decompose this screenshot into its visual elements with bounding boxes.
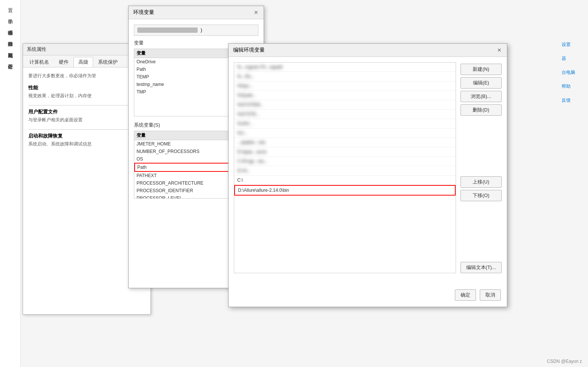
path-list-container: %...rogram Fil...vapath %...Ro... %Sys..… xyxy=(234,62,456,273)
hint-feedback[interactable]: 反馈 xyxy=(562,97,584,104)
tab-computer-name[interactable]: 计算机名 xyxy=(25,57,54,67)
tab-hardware[interactable]: 硬件 xyxy=(54,57,74,67)
performance-label: 性能 xyxy=(28,84,145,91)
hint-help[interactable]: 帮助 xyxy=(562,83,584,90)
path-item-10[interactable]: D:\apac...acne xyxy=(234,147,456,157)
startup-recovery-desc: 系统启动、系统故障和调试信息 xyxy=(28,141,145,147)
cancel-button[interactable]: 取消 xyxy=(480,289,501,301)
system-vars-col-header: 变量 xyxy=(137,132,146,139)
scrollbar-indicator: ) xyxy=(134,24,258,36)
path-item-5[interactable]: %SYSTEM... xyxy=(234,100,456,110)
performance-desc: 视觉效果，处理器计划，内存使 xyxy=(28,93,145,99)
move-up-button[interactable]: 上移(U) xyxy=(461,176,502,188)
edit-env-close-button[interactable]: ✕ xyxy=(496,47,502,53)
env-dialog-close-button[interactable]: ✕ xyxy=(253,9,259,15)
user-profile-label: 用户配置文件 xyxy=(28,109,145,115)
edit-env-footer: 确定 取消 xyxy=(455,289,501,301)
performance-section: 性能 视觉效果，处理器计划，内存使 xyxy=(28,84,145,99)
path-item-allure[interactable]: D:\Allure\allure-2.14.0\bin xyxy=(234,185,456,196)
user-vars-col-header: 变量 xyxy=(137,50,146,57)
path-item-4[interactable]: %Syste... xyxy=(234,91,456,100)
hint-device[interactable]: 器 xyxy=(562,55,584,62)
ok-button[interactable]: 确定 xyxy=(455,289,476,301)
env-dialog-title: 环境变量 xyxy=(133,9,154,16)
user-profile-section: 用户配置文件 与登录帐户相关的桌面设置 xyxy=(28,109,145,123)
user-profile-desc: 与登录帐户相关的桌面设置 xyxy=(28,117,145,123)
tab-system-protection[interactable]: 系统保护 xyxy=(93,57,123,67)
path-list: %...rogram Fil...vapath %...Ro... %Sys..… xyxy=(234,62,456,273)
sys-props-title: 系统属性 xyxy=(27,46,46,53)
hint-settings[interactable]: 设置 xyxy=(562,41,584,48)
edit-text-button[interactable]: 编辑文本(T)... xyxy=(461,262,502,273)
startup-recovery-section: 启动和故障恢复 系统启动、系统故障和调试信息 xyxy=(28,133,145,147)
path-item-1[interactable]: %...rogram Fil...vapath xyxy=(234,63,456,72)
edit-env-title: 编辑环境变量 xyxy=(233,47,265,54)
env-dialog-titlebar: 环境变量 ✕ xyxy=(129,6,264,19)
hint-desktop[interactable]: 台电脑 xyxy=(562,69,584,76)
path-action-buttons: 新建(N) 编辑(E) 浏览(B)... 删除(D) 上移(U) 下移(O) 编… xyxy=(461,62,502,273)
browse-button[interactable]: 浏览(B)... xyxy=(461,91,502,102)
right-hints-panel: 设置 器 台电脑 帮助 反馈 xyxy=(558,38,588,107)
path-item-12[interactable]: D:\Vi... xyxy=(234,166,456,176)
path-item-8[interactable]: %J... xyxy=(234,128,456,138)
edit-env-titlebar: 编辑环境变量 ✕ xyxy=(229,44,507,57)
path-item-13[interactable]: C:\ xyxy=(234,176,456,185)
startup-recovery-label: 启动和故障恢复 xyxy=(28,133,145,139)
path-item-2[interactable]: %...Ro... xyxy=(234,72,456,81)
path-item-6[interactable]: %SYSTE... xyxy=(234,110,456,119)
move-down-button[interactable]: 下移(O) xyxy=(461,190,502,201)
new-button[interactable]: 新建(N) xyxy=(461,64,502,75)
delete-button[interactable]: 删除(D) xyxy=(461,104,502,116)
left-sidebar: 置 助手 音和睡眠 动和故障 回到此电脑 任务处理 xyxy=(0,0,21,367)
edit-button[interactable]: 编辑(E) xyxy=(461,77,502,89)
admin-notice: 要进行大多数更改，你必须作为管 xyxy=(28,73,145,79)
path-item-7[interactable]: %JAV... xyxy=(234,119,456,128)
path-item-3[interactable]: %Sys... xyxy=(234,81,456,91)
edit-env-content: %...rogram Fil...vapath %...Ro... %Sys..… xyxy=(229,57,507,278)
tab-advanced[interactable]: 高级 xyxy=(74,57,93,67)
path-item-11[interactable]: C:\Progr...\oe... xyxy=(234,157,456,166)
csdn-watermark: CSDN @Eayon z xyxy=(547,359,582,364)
path-item-9[interactable]: ...\platfor...\ols xyxy=(234,138,456,147)
edit-env-dialog: 编辑环境变量 ✕ %...rogram Fil...vapath %...Ro.… xyxy=(228,43,507,307)
